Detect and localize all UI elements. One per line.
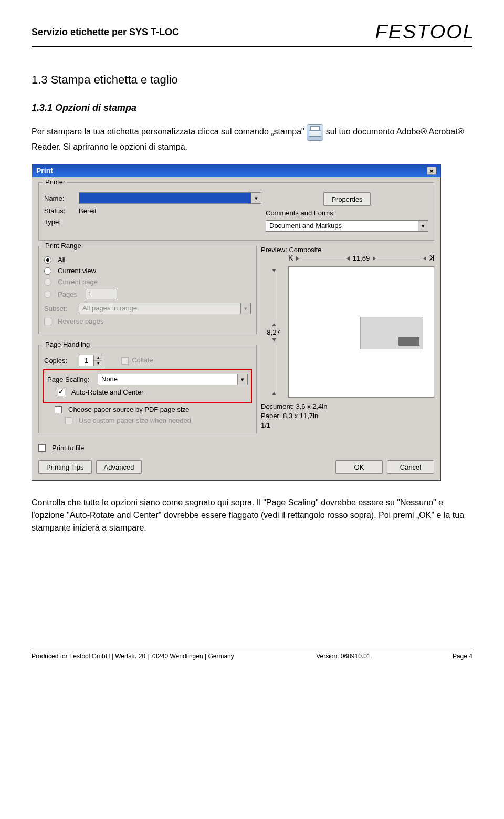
cancel-button[interactable]: Cancel <box>387 460 434 474</box>
autorotate-checkbox[interactable] <box>58 389 65 396</box>
radio-current-page <box>44 278 51 286</box>
page-footer: Produced for Festool GmbH | Wertstr. 20 … <box>32 650 472 660</box>
instructions-paragraph: Controlla che tutte le opzioni siano com… <box>32 496 472 534</box>
section-title: 1.3 Stampa etichetta e taglio <box>32 73 472 87</box>
status-label: Status: <box>44 207 76 215</box>
subsection-title: 1.3.1 Opzioni di stampa <box>32 102 472 113</box>
advanced-button[interactable]: Advanced <box>96 460 142 474</box>
name-label: Name: <box>44 194 76 202</box>
brand-logo: FESTOOL <box>375 21 475 43</box>
custom-paper-checkbox <box>65 417 72 424</box>
pages-input: 1 <box>86 289 117 299</box>
page-header: Servizio etichette per SYS T-LOC FESTOOL <box>32 21 472 47</box>
header-title: Servizio etichette per SYS T-LOC <box>32 27 179 38</box>
copies-label: Copies: <box>44 357 76 365</box>
subset-label: Subset: <box>44 305 76 313</box>
ok-button[interactable]: OK <box>335 460 383 474</box>
highlighted-region: Page Scaling: None Auto-Rotate and Cente… <box>43 369 252 403</box>
dialog-title-text: Print <box>36 167 53 175</box>
type-label: Type: <box>44 218 76 226</box>
subset-dropdown: All pages in range <box>79 303 251 314</box>
status-value: Bereit <box>79 207 97 215</box>
printer-legend: Printer <box>43 178 67 186</box>
radio-all[interactable] <box>44 256 51 264</box>
preview-thumbnail <box>360 317 423 349</box>
close-icon[interactable]: × <box>427 167 436 175</box>
scaling-dropdown[interactable]: None <box>98 374 248 385</box>
print-dialog-screenshot: Print × Printer Name: Status: Bereit <box>32 164 441 481</box>
width-dimension: K11,69K <box>288 254 434 262</box>
range-legend: Print Range <box>43 242 83 250</box>
preview-column: Preview: Composite K11,69K 8,27 <box>261 246 434 431</box>
printing-tips-button[interactable]: Printing Tips <box>38 460 92 474</box>
reverse-checkbox <box>44 318 51 325</box>
radio-current-view[interactable] <box>44 267 51 275</box>
print-to-file-checkbox[interactable] <box>38 444 46 452</box>
printer-name-dropdown[interactable] <box>79 192 261 204</box>
page-handling-fieldset: Page Handling Copies: 1▴▾ Collate Page S… <box>38 345 257 433</box>
print-range-fieldset: Print Range All Current view Current pag… <box>38 246 257 334</box>
height-dimension: 8,27 <box>261 267 286 397</box>
printer-fieldset: Printer Name: Status: Bereit Type: <box>38 182 434 241</box>
handling-legend: Page Handling <box>43 340 92 348</box>
copies-spinner[interactable]: 1▴▾ <box>79 355 102 366</box>
preview-info: Document: 3,6 x 2,4in Paper: 8,3 x 11,7i… <box>261 402 434 431</box>
footer-version: Version: 060910.01 <box>316 652 370 660</box>
comments-dropdown[interactable]: Document and Markups <box>266 220 428 232</box>
properties-button[interactable]: Properties <box>323 192 370 206</box>
footer-left: Produced for Festool GmbH | Wertstr. 20 … <box>32 652 234 660</box>
intro-pre: Per stampare la tua etichetta personaliz… <box>32 127 304 136</box>
printer-icon <box>307 124 323 141</box>
comments-label: Comments and Forms: <box>266 209 335 217</box>
radio-pages <box>44 291 51 298</box>
footer-page: Page 4 <box>453 652 472 660</box>
collate-checkbox <box>121 357 129 365</box>
dialog-titlebar: Print × <box>32 164 440 177</box>
preview-label: Preview: Composite <box>261 246 434 254</box>
choose-source-checkbox[interactable] <box>55 406 62 413</box>
preview-box: 8,27 <box>288 266 434 398</box>
scaling-label: Page Scaling: <box>47 376 94 383</box>
intro-paragraph: Per stampare la tua etichetta personaliz… <box>32 124 472 153</box>
